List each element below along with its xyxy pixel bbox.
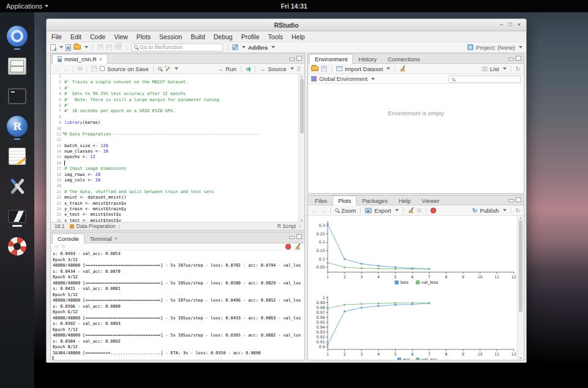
menu-item-debug[interactable]: Debug	[214, 33, 233, 40]
scroll-down-icon[interactable]: ▼	[301, 218, 303, 222]
code-line[interactable]: 17# Input image dimensions	[51, 166, 304, 172]
maximize-pane-icon[interactable]	[296, 56, 302, 61]
close-tab-icon[interactable]: ×	[99, 56, 102, 63]
export-caret-icon[interactable]	[395, 209, 399, 211]
menu-item-tools[interactable]: Tools	[268, 33, 283, 40]
next-plot-icon[interactable]: →	[320, 207, 326, 214]
code-line[interactable]: 9library(keras)	[51, 120, 304, 126]
run-button[interactable]: Run	[226, 66, 236, 72]
addins-caret-icon[interactable]	[271, 46, 275, 48]
minimize-pane-icon[interactable]	[289, 58, 295, 61]
scroll-down-icon[interactable]: ▼	[519, 356, 522, 360]
tab-plots[interactable]: Plots	[333, 196, 356, 205]
menu-item-profile[interactable]: Profile	[241, 33, 260, 40]
dock-item-help[interactable]	[0, 231, 34, 261]
dock-item-files[interactable]	[0, 51, 34, 81]
goto-file-box[interactable]	[131, 44, 223, 51]
code-editor[interactable]: 12#' Trains a simple convnet on the MNIS…	[51, 74, 304, 222]
maximize-pane-icon[interactable]	[516, 56, 521, 61]
scroll-up-icon[interactable]: ▲	[301, 74, 303, 78]
menu-item-code[interactable]: Code	[90, 33, 105, 40]
minimize-pane-icon[interactable]	[508, 199, 514, 202]
environment-search-box[interactable]	[448, 75, 521, 83]
dock-item-display[interactable]	[0, 201, 34, 231]
open-recent-caret-icon[interactable]	[85, 46, 88, 48]
tab-terminal[interactable]: Terminal×	[85, 234, 123, 243]
print-button[interactable]	[115, 45, 122, 50]
save-workspace-icon[interactable]	[321, 66, 327, 72]
minimize-button[interactable]: –	[500, 22, 503, 28]
close-tab-icon[interactable]: ×	[115, 235, 118, 242]
refresh-icon[interactable]: ↻	[516, 66, 521, 72]
tab-environment[interactable]: Environment	[309, 54, 353, 64]
tab-viewer[interactable]: Viewer	[416, 196, 445, 205]
menu-item-edit[interactable]: Edit	[70, 33, 81, 40]
console-path[interactable]: ~/	[54, 244, 58, 249]
tab-packages[interactable]: Packages	[356, 196, 393, 205]
new-file-caret-icon[interactable]	[59, 46, 63, 48]
section-selector[interactable]: Data Preparation ↕	[70, 223, 121, 229]
load-workspace-icon[interactable]	[311, 66, 318, 71]
save-button[interactable]	[97, 44, 104, 50]
export-button[interactable]: Export	[374, 207, 391, 214]
save-all-button[interactable]	[106, 44, 112, 50]
zoom-button[interactable]: Zoom	[341, 207, 356, 214]
clear-all-plots-icon[interactable]	[431, 208, 436, 213]
previous-plot-icon[interactable]: ←	[311, 207, 317, 214]
console-output[interactable]: s: 0.0493 - val_acc: 0.9853Epoch 3/12480…	[51, 251, 304, 360]
menu-item-session[interactable]: Session	[159, 33, 182, 40]
code-tools-icon[interactable]	[164, 66, 171, 72]
code-line[interactable]: 4#' Gets to 99.25% test accuracy after 1…	[51, 91, 304, 97]
clear-console-icon[interactable]	[295, 243, 301, 250]
code-line[interactable]: 22mnist <- dataset_mnist()	[51, 195, 304, 200]
menu-item-build[interactable]: Build	[190, 33, 205, 40]
code-line[interactable]: 25x_test <- mnist$test$x	[51, 212, 304, 218]
panes-caret-icon[interactable]	[242, 46, 246, 48]
find-icon[interactable]	[158, 67, 162, 70]
code-line[interactable]: 13batch_size <- 128	[51, 143, 304, 149]
tab-console[interactable]: Console	[52, 234, 85, 243]
import-dataset-button[interactable]: Import Dataset	[345, 66, 383, 72]
code-line[interactable]: 10	[51, 126, 304, 132]
maximize-pane-icon[interactable]	[516, 197, 521, 202]
minimize-pane-icon[interactable]	[508, 58, 514, 61]
close-button[interactable]: ×	[518, 22, 521, 28]
clear-plots-dim-icon[interactable]: ⧉	[417, 207, 421, 214]
tab-help[interactable]: Help	[393, 196, 417, 205]
code-line[interactable]: 20	[51, 183, 304, 189]
code-line[interactable]: 24y_train <- mnist$train$y	[51, 207, 304, 212]
refresh-icon[interactable]: ↻	[61, 244, 66, 249]
code-line[interactable]: 8	[51, 115, 304, 120]
menu-item-help[interactable]: Help	[292, 33, 305, 40]
code-line[interactable]: 3#'	[51, 86, 304, 91]
goto-file-input[interactable]	[140, 44, 213, 50]
new-file-button[interactable]	[50, 44, 56, 51]
dock-item-rstudio[interactable]	[0, 111, 34, 141]
minimize-pane-icon[interactable]	[289, 236, 295, 239]
code-line[interactable]: 12	[51, 137, 304, 143]
global-env-selector[interactable]: Global Environment	[319, 76, 368, 82]
import-caret-icon[interactable]	[386, 67, 390, 70]
new-project-button[interactable]	[66, 44, 71, 51]
fold-icon[interactable]	[62, 132, 65, 134]
clock[interactable]: Fri 14:31	[0, 2, 588, 10]
scrollbar-thumb[interactable]	[300, 78, 304, 134]
maximize-pane-icon[interactable]	[296, 234, 302, 239]
list-caret-icon[interactable]	[503, 67, 507, 70]
source-button[interactable]: Source	[268, 66, 287, 72]
stop-icon[interactable]	[285, 244, 291, 249]
code-line[interactable]: 2#' Trains a simple convnet on the MNIST…	[51, 80, 304, 85]
code-line[interactable]: 18img_rows <- 28	[51, 172, 304, 178]
editor-scrollbar[interactable]: ▲▼	[298, 74, 304, 222]
maximize-button[interactable]: □	[508, 22, 511, 28]
window-titlebar[interactable]: RStudio – □ ×	[47, 19, 526, 31]
remove-plot-icon[interactable]	[408, 207, 415, 214]
project-menu[interactable]: R Project: (None)	[467, 44, 522, 51]
plots-scrollbar[interactable]: ▲▼	[517, 216, 524, 360]
dock-item-terminal[interactable]	[0, 81, 34, 111]
tab-files[interactable]: Files	[309, 196, 333, 205]
code-line[interactable]: 1	[51, 74, 304, 80]
tab-connections[interactable]: Connections	[382, 54, 426, 63]
save-source-button[interactable]	[91, 66, 97, 72]
source-on-save-checkbox[interactable]	[100, 66, 105, 71]
